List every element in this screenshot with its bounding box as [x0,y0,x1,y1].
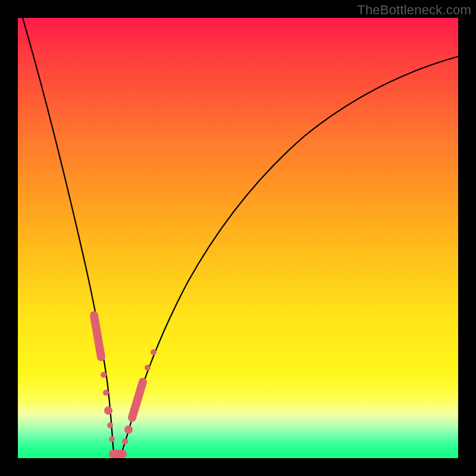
marker-dot [107,422,113,428]
marker-segment-right [132,382,143,418]
marker-dot [124,425,133,434]
watermark-text: TheBottleneck.com [357,2,471,18]
plot-area [18,18,458,458]
marker-segment-left [94,315,101,357]
curve-svg [18,18,458,458]
marker-dot [151,349,156,355]
marker-dot [109,436,115,442]
marker-dot [145,365,151,371]
marker-dot [104,406,112,415]
marker-dot [103,390,109,396]
marker-dot [101,372,107,378]
chart-frame: TheBottleneck.com [0,0,476,476]
marker-dot [122,439,128,444]
bottleneck-curve [23,18,458,458]
